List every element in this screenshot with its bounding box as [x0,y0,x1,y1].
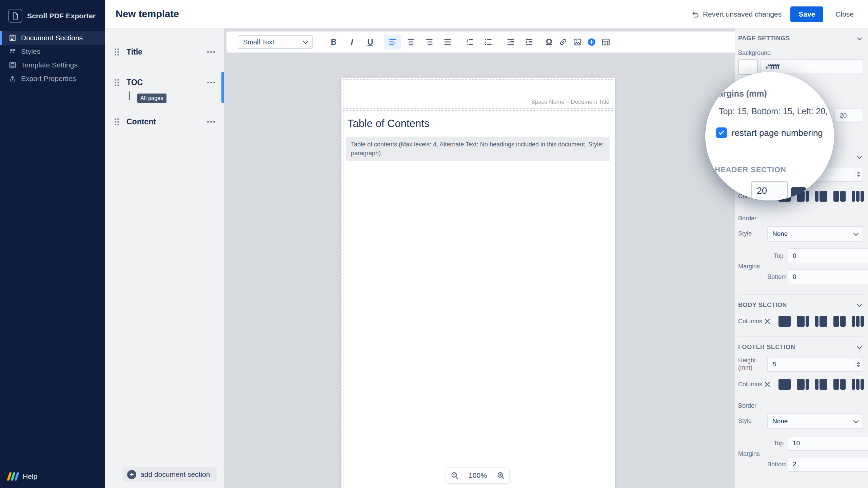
align-justify-icon [443,38,452,46]
columns-one-button[interactable] [778,316,791,327]
align-right-button[interactable] [421,35,438,49]
stepper-control[interactable] [854,167,863,181]
link-icon [559,38,568,46]
columns-wide-right-button[interactable] [815,316,827,327]
footer-margin-top-input[interactable] [788,440,868,447]
columns-one-button[interactable] [778,379,791,390]
page-header-zone[interactable]: Space Name – Document Title [343,79,613,109]
magnifier-loupe: Margins (mm) Top: 15, Bottom: 15, Left: … [705,72,834,201]
chevron-down-icon [857,302,862,307]
table-button[interactable] [599,35,613,49]
columns-two-button[interactable] [833,316,846,327]
drag-handle-icon[interactable] [115,48,119,56]
sidebar-item-styles[interactable]: Styles [0,45,105,58]
columns-none-button[interactable] [762,379,772,390]
save-button[interactable]: Save [790,6,823,22]
background-color-swatch[interactable] [738,59,758,75]
footer-columns-label: Columns [738,381,762,388]
section-menu-icon[interactable] [207,121,209,123]
footer-margin-bottom-input[interactable] [788,461,868,468]
zoom-out-icon [450,471,459,480]
drag-handle-icon[interactable] [115,118,119,125]
section-item-content[interactable]: Content [105,111,224,132]
header-margin-top-field [788,248,868,263]
stepper-control[interactable] [854,358,863,371]
columns-three-button[interactable] [852,316,864,327]
step-up-icon[interactable] [857,362,860,364]
background-hex-input[interactable] [761,63,863,70]
margin-right-input[interactable] [835,112,863,119]
page-content-zone[interactable]: Table of Contents Table of contents (Max… [343,110,613,488]
tree-connector [129,92,130,100]
step-up-icon[interactable] [857,171,860,174]
section-menu-icon[interactable] [207,51,209,53]
magnified-restart-checkbox[interactable] [716,127,727,138]
columns-two-button[interactable] [833,191,846,202]
document-canvas-page[interactable]: Space Name – Document Title Table of Con… [341,78,615,488]
bullet-list-button[interactable] [480,35,497,49]
ordered-list-button[interactable]: 1 2 3 [461,35,478,49]
revert-unsaved-changes-button[interactable]: Revert unsaved changes [691,10,782,18]
sidebar-item-label: Styles [21,47,40,56]
sidebar-item-export-properties[interactable]: Export Properties [0,72,105,85]
body-section-header[interactable]: BODY SECTION [738,300,863,310]
document-sections-panel: Title TOC All pages Content + add docume… [105,28,224,488]
columns-wide-left-button[interactable] [797,379,809,390]
section-name: Title [126,47,142,57]
section-name: Content [126,117,156,126]
underline-button[interactable]: U [362,35,379,49]
toc-placeholder-block[interactable]: Table of contents (Max levels: 4, Altern… [346,137,610,161]
footer-height-input[interactable] [768,361,854,368]
add-document-section-button[interactable]: + add document section [123,467,217,482]
insert-plus-button[interactable] [585,35,598,49]
special-character-button[interactable]: Ω [542,35,556,49]
page-settings-header[interactable]: PAGE SETTINGS [738,33,863,43]
table-icon [601,38,610,46]
align-center-button[interactable] [402,35,419,49]
align-justify-button[interactable] [439,35,456,49]
help-label: Help [23,472,37,481]
sidebar-item-template-settings[interactable]: Template Settings [0,58,105,72]
indent-button[interactable] [520,35,537,49]
zoom-out-button[interactable] [450,471,459,480]
help-button[interactable]: Help [8,472,37,481]
section-menu-icon[interactable] [207,82,209,83]
bullet-list-icon [484,38,493,46]
section-item-title[interactable]: Title [105,41,224,62]
section-item-toc[interactable]: TOC [105,72,224,93]
align-left-button[interactable] [384,35,401,49]
footer-border-style-select[interactable]: None [767,413,863,429]
all-pages-badge[interactable]: All pages [137,94,166,103]
step-down-icon[interactable] [857,175,860,177]
header-margin-top-input[interactable] [788,252,868,260]
text-style-dropdown[interactable]: Small Text [238,35,313,49]
top-header: New template Revert unsaved changes Save… [105,0,868,28]
drag-handle-icon[interactable] [115,79,119,86]
outdent-icon [506,38,515,46]
magnified-height-field: 20 [751,181,788,201]
close-button[interactable]: Close [832,6,857,22]
sidebar-item-document-sections[interactable]: Document Sections [0,31,105,45]
select-value: None [768,230,788,238]
bold-button[interactable]: B [325,35,342,49]
footer-margin-bottom-field [788,457,868,472]
columns-wide-right-button[interactable] [815,379,827,390]
columns-wide-right-button[interactable] [815,191,827,202]
italic-button[interactable]: I [343,35,360,49]
header-border-style-select[interactable]: None [767,226,863,242]
footer-section-header[interactable]: FOOTER SECTION [738,342,863,352]
columns-three-button[interactable] [852,379,864,390]
magnified-restart-row: restart page numbering [716,127,823,138]
zoom-in-button[interactable] [496,471,505,480]
columns-three-button[interactable] [852,191,864,202]
image-button[interactable] [571,35,584,49]
columns-two-button[interactable] [833,379,846,390]
footer-margin-bottom-label: Bottom [767,461,788,468]
footer-border-style-label: Style [738,418,767,425]
outdent-button[interactable] [502,35,519,49]
link-button[interactable] [556,35,570,49]
step-down-icon[interactable] [857,365,860,367]
header-margin-bottom-input[interactable] [788,273,868,281]
columns-wide-left-button[interactable] [797,316,809,327]
columns-none-button[interactable] [762,316,772,327]
